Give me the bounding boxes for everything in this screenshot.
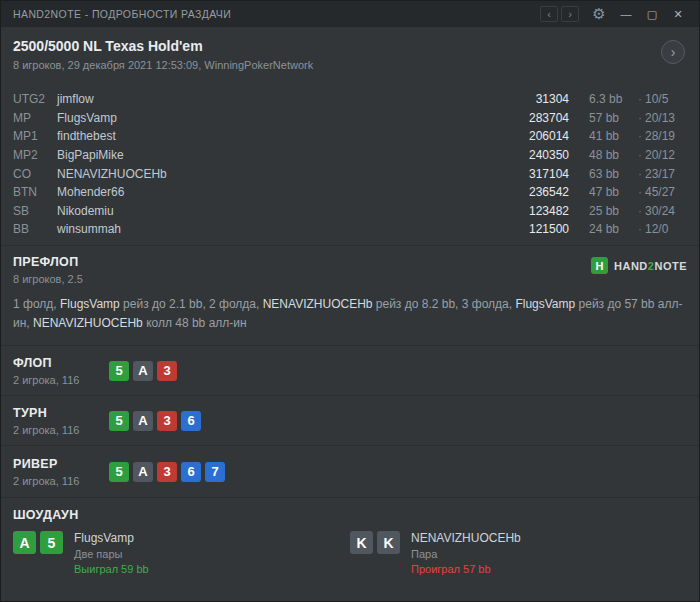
action-player-name: NENAVIZHUOCEHb — [263, 297, 373, 311]
player-row[interactable]: MP2 BigPapiMike 240350 48 bb · 20/12 — [13, 146, 687, 165]
player-vpip-pfr: 28/19 — [645, 129, 687, 143]
preflop-title: ПРЕФЛОП — [13, 255, 83, 269]
player-position: CO — [13, 167, 57, 181]
board-card: 3 — [157, 361, 177, 381]
player-stack-bb: 6.3 bb — [589, 92, 635, 106]
action-player-name: FlugsVamp — [515, 297, 575, 311]
board-card: A — [133, 361, 153, 381]
player-vpip-pfr: 45/27 — [645, 185, 687, 199]
settings-button[interactable]: ⚙ — [587, 4, 611, 24]
dot-separator: · — [635, 185, 645, 199]
minimize-button[interactable]: — — [615, 4, 637, 24]
flop-title: ФЛОП — [13, 356, 109, 370]
river-section: РИВЕР 2 игрока, 116 5 A 3 6 7 — [1, 445, 699, 497]
showdown-player-winner[interactable]: A 5 FlugsVamp Две пары Выиграл 59 bb — [13, 531, 350, 575]
player-row[interactable]: MP1 findthebest 206014 41 bb · 28/19 — [13, 127, 687, 146]
board-card: 6 — [181, 411, 201, 431]
title-bar[interactable]: HAND2NOTE - ПОДРОБНОСТИ РАЗДАЧИ ‹ › ⚙ — … — [1, 1, 699, 27]
player-position: MP — [13, 111, 57, 125]
flop-section: ФЛОП 2 игрока, 116 5 A 3 — [1, 345, 699, 395]
board-card: 5 — [109, 361, 129, 381]
player-stack-bb: 48 bb — [589, 148, 635, 162]
player-name: winsummah — [57, 222, 497, 236]
showdown-player-name: NENAVIZHUOCEHb — [411, 531, 521, 545]
hole-card: A — [13, 531, 36, 554]
player-stack: 283704 — [497, 111, 569, 125]
player-stack-bb: 63 bb — [589, 167, 635, 181]
player-row[interactable]: MP FlugsVamp 283704 57 bb · 20/13 — [13, 109, 687, 128]
chevron-right-icon: › — [568, 8, 572, 20]
action-player-name: NENAVIZHUOCEHb — [33, 316, 143, 330]
preflop-action-text: 1 фолд, FlugsVamp рейз до 2.1 bb, 2 фолд… — [13, 295, 687, 333]
board-card: 7 — [205, 462, 225, 482]
river-subtitle: 2 игрока, 116 — [13, 475, 109, 487]
hand2note-hand-details-window: HAND2NOTE - ПОДРОБНОСТИ РАЗДАЧИ ‹ › ⚙ — … — [0, 0, 700, 602]
dot-separator: · — [635, 204, 645, 218]
board-card: 3 — [157, 411, 177, 431]
flop-subtitle: 2 игрока, 116 — [13, 374, 109, 386]
turn-cards: 5 A 3 6 — [109, 411, 201, 431]
river-title: РИВЕР — [13, 457, 109, 471]
player-name: Mohender66 — [57, 185, 497, 199]
hand2note-logo: H HAND2NOTE — [591, 257, 687, 274]
hand2note-logo-text: HAND2NOTE — [614, 260, 687, 272]
player-stack: 123482 — [497, 204, 569, 218]
showdown-player-loser[interactable]: K K NENAVIZHUOCEHb Пара Проиграл 57 bb — [350, 531, 687, 575]
board-card: 5 — [109, 411, 129, 431]
player-row[interactable]: SB Nikodemiu 123482 25 bb · 30/24 — [13, 202, 687, 221]
player-stack-bb: 25 bb — [589, 204, 635, 218]
turn-section: ТУРН 2 игрока, 116 5 A 3 6 — [1, 395, 699, 445]
action-text-segment: 1 фолд, — [13, 297, 60, 311]
player-position: SB — [13, 204, 57, 218]
showdown-result: Проиграл 57 bb — [411, 563, 521, 575]
close-button[interactable]: ✕ — [667, 4, 689, 24]
next-hand-button[interactable]: › — [561, 6, 579, 22]
players-table: UTG2 jimflow 31304 6.3 bb · 10/5 MP Flug… — [1, 85, 699, 245]
player-row[interactable]: BB winsummah 121500 24 bb · 12/0 — [13, 220, 687, 239]
prev-hand-button[interactable]: ‹ — [540, 6, 558, 22]
showdown-title: ШОУДАУН — [13, 508, 687, 522]
board-card: 6 — [181, 462, 201, 482]
turn-title: ТУРН — [13, 406, 109, 420]
gear-icon: ⚙ — [592, 5, 605, 23]
player-stack: 240350 — [497, 148, 569, 162]
window-title: HAND2NOTE - ПОДРОБНОСТИ РАЗДАЧИ — [13, 8, 537, 20]
action-text-segment: колл 48 bb алл-ин — [143, 316, 247, 330]
preflop-section: ПРЕФЛОП 8 игроков, 2.5 H HAND2NOTE 1 фол… — [1, 245, 699, 345]
player-position: UTG2 — [13, 92, 57, 106]
logo-part-hand: HAND — [614, 260, 648, 272]
player-vpip-pfr: 30/24 — [645, 204, 687, 218]
dot-separator: · — [635, 167, 645, 181]
open-hand-button[interactable]: › — [661, 40, 685, 64]
player-name: FlugsVamp — [57, 111, 497, 125]
board-card: 5 — [109, 462, 129, 482]
dot-separator: · — [635, 148, 645, 162]
player-row[interactable]: UTG2 jimflow 31304 6.3 bb · 10/5 — [13, 90, 687, 109]
action-player-name: FlugsVamp — [60, 297, 120, 311]
player-position: MP2 — [13, 148, 57, 162]
player-vpip-pfr: 10/5 — [645, 92, 687, 106]
flop-cards: 5 A 3 — [109, 361, 177, 381]
dot-separator: · — [635, 129, 645, 143]
player-vpip-pfr: 23/17 — [645, 167, 687, 181]
hole-card: K — [350, 531, 373, 554]
chevron-right-icon: › — [671, 44, 676, 60]
board-card: A — [133, 462, 153, 482]
player-stack-bb: 47 bb — [589, 185, 635, 199]
player-name: Nikodemiu — [57, 204, 497, 218]
player-row[interactable]: CO NENAVIZHUOCEHb 317104 63 bb · 23/17 — [13, 164, 687, 183]
player-row[interactable]: BTN Mohender66 236542 47 bb · 45/27 — [13, 183, 687, 202]
hole-cards: A 5 — [13, 531, 63, 554]
dot-separator: · — [635, 111, 645, 125]
player-position: MP1 — [13, 129, 57, 143]
hole-card: K — [377, 531, 400, 554]
hand-title: 2500/5000 NL Texas Hold'em — [13, 38, 687, 54]
maximize-button[interactable]: ▢ — [641, 4, 663, 24]
player-stack: 206014 — [497, 129, 569, 143]
preflop-subtitle: 8 игроков, 2.5 — [13, 273, 83, 285]
hole-cards: K K — [350, 531, 400, 554]
hand-header: 2500/5000 NL Texas Hold'em 8 игроков, 29… — [1, 27, 699, 85]
chevron-left-icon: ‹ — [547, 8, 551, 20]
player-stack: 317104 — [497, 167, 569, 181]
showdown-player-name: FlugsVamp — [74, 531, 149, 545]
